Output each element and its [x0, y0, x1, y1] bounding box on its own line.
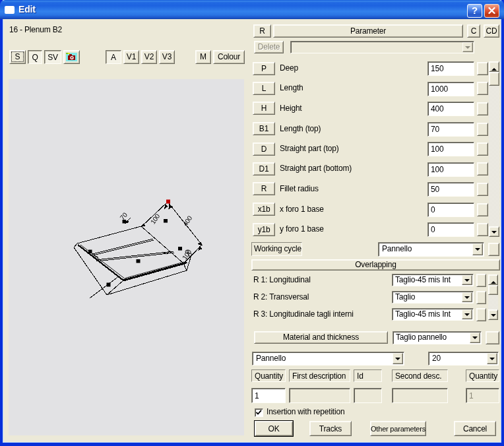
svg-text:400: 400: [181, 214, 194, 228]
svg-text:100: 100: [181, 248, 193, 261]
svg-text:100: 100: [149, 212, 162, 226]
svg-text:70: 70: [119, 211, 129, 222]
